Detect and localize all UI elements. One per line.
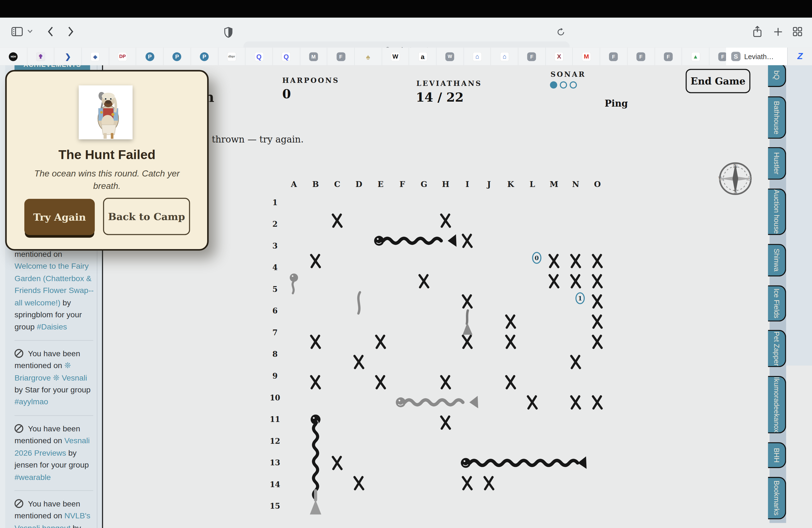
q-blue-icon-1-slot[interactable]: Q <box>246 48 273 65</box>
grid-column-label: D <box>356 180 362 189</box>
notification-link[interactable]: #Daisies <box>37 322 67 331</box>
modal-title: The Hunt Failed <box>6 147 207 162</box>
miss-mark-n11 <box>571 396 580 408</box>
background-tab[interactable]: Z <box>787 48 812 65</box>
miss-mark-o6 <box>593 295 601 308</box>
sonar-ping-1: 1 <box>576 293 584 304</box>
miss-mark-d9 <box>354 356 363 368</box>
tab-overview-icon[interactable] <box>791 25 804 38</box>
p-circle-icon-1: P <box>145 52 154 61</box>
notification-link[interactable]: #wearable <box>15 472 51 481</box>
diamond-logo-icon-slot[interactable]: ◈ <box>82 48 109 65</box>
gdrive-icon-slot[interactable]: ▲ <box>682 48 710 65</box>
amazon-icon-slot[interactable]: a <box>409 48 437 65</box>
drawer-tab-auction-house[interactable]: Auction house <box>768 189 786 235</box>
spade-gold-icon-slot[interactable]: ♠ <box>354 48 382 65</box>
notification-item: mentioned on Welcome to the Fairy Garden… <box>15 247 96 333</box>
share-icon[interactable] <box>751 24 764 39</box>
browser-toolbar: subeta.net <box>0 18 812 48</box>
ornate-x-icon-slot[interactable]: X <box>546 48 573 65</box>
reload-icon[interactable] <box>555 27 566 38</box>
zillow-icon: Z <box>797 52 802 62</box>
notification-item: You have been mentioned on Vesnali 2026 … <box>15 422 96 484</box>
ping-button[interactable]: Ping <box>601 98 632 109</box>
drawer-tab-pet-zapper[interactable]: Pet Zapper <box>768 330 786 367</box>
fragment-i <box>463 310 473 335</box>
end-game-button[interactable]: End Game <box>686 69 750 93</box>
miss-mark-b8 <box>311 336 320 348</box>
p-circle-icon-3-slot[interactable]: P <box>191 48 218 65</box>
grid-row-label: 8 <box>272 350 278 358</box>
drawer-tab-shinwa[interactable]: Shinwa <box>768 244 786 276</box>
tab-favicon: S <box>731 52 741 61</box>
f-grey-icon-1: F <box>336 52 345 61</box>
home-pin-icon-2-slot[interactable]: ⌂ <box>491 48 518 65</box>
mw-icon-slot[interactable]: M|W <box>0 48 27 65</box>
miss-mark-h10 <box>441 376 450 388</box>
drawer-tab-bhh[interactable]: BHH <box>768 442 786 468</box>
q-blue-icon-2-slot[interactable]: Q <box>273 48 300 65</box>
crest-icon-slot[interactable]: ✟ <box>27 48 55 65</box>
grid-column-label: E <box>378 180 383 189</box>
leviathans-value: 14 / 22 <box>416 89 464 104</box>
grid-row-label: 12 <box>270 437 280 445</box>
f-grey-icon-4-slot[interactable]: F <box>627 48 655 65</box>
miss-mark-g5 <box>420 275 428 288</box>
notification-link[interactable]: #ayylmao <box>15 397 48 406</box>
f-grey-icon-5-slot[interactable]: F <box>655 48 682 65</box>
notification-item: You have been mentioned on NVLB's Vesnal… <box>15 497 96 528</box>
back-button[interactable] <box>46 24 55 39</box>
dbpr-icon-slot[interactable]: dbpr <box>218 48 246 65</box>
grid-row-label: 9 <box>272 371 278 380</box>
drawer-tab-label: Bookmarks <box>773 481 781 516</box>
p-circle-icon-2-slot[interactable]: P <box>164 48 191 65</box>
miss-mark-k7 <box>506 316 515 328</box>
grid-row-label: 4 <box>272 263 278 272</box>
home-pin-icon-2: ⌂ <box>500 52 509 61</box>
p-circle-icon-1-slot[interactable]: P <box>136 48 164 65</box>
walrus-hunter-image <box>79 85 133 139</box>
chevron-right-icon-slot[interactable]: ❯ <box>55 48 82 65</box>
miss-mark-o11 <box>593 396 601 408</box>
drawer-tab-bq[interactable]: bQ <box>768 65 786 87</box>
f-grey-icon-1-slot[interactable]: F <box>327 48 354 65</box>
try-again-button[interactable]: Try Again <box>24 199 95 235</box>
drawer-tab-bookmarks[interactable]: Bookmarks <box>768 477 786 519</box>
miss-mark-d15 <box>354 477 363 489</box>
wikipedia-icon-slot[interactable]: W <box>382 48 409 65</box>
drawer-tab-ikumoradeekanox[interactable]: Ikumoradeekanox <box>768 376 786 433</box>
grid-row-label: 13 <box>270 458 280 467</box>
miss-mark-h12 <box>441 416 450 429</box>
sonar-label: SONAR <box>550 70 586 78</box>
new-tab-icon[interactable] <box>772 25 784 38</box>
drawer-tab-label: Ice Fields <box>773 289 781 318</box>
chevron-down-icon[interactable] <box>27 28 33 34</box>
drawer-tab-hustler[interactable]: Hustler <box>768 147 786 180</box>
dp-icon-slot[interactable]: DP <box>109 48 136 65</box>
drawer-tab-bathhouse[interactable]: Bathhouse <box>768 97 786 139</box>
w-grey-icon-slot[interactable]: W <box>437 48 464 65</box>
m-grey-icon-slot[interactable]: M <box>300 48 328 65</box>
drawer-tab-ice-fields[interactable]: Ice Fields <box>768 285 786 321</box>
forward-button[interactable] <box>66 24 75 39</box>
fragment-a <box>290 274 298 293</box>
amazon-icon: a <box>418 52 427 61</box>
notification-link[interactable]: Welcome to the Fairy Garden (Chatterbox … <box>15 262 93 307</box>
wikipedia-icon: W <box>391 52 400 61</box>
screen-top-strip <box>0 0 812 18</box>
sonar-ping-0: 0 <box>533 252 541 263</box>
miss-mark-o8 <box>593 336 601 348</box>
grid-column-label: C <box>334 180 340 189</box>
home-pin-icon-1-slot[interactable]: ⌂ <box>464 48 491 65</box>
sidebar-toggle-icon[interactable] <box>11 25 24 39</box>
privacy-shield-icon[interactable] <box>223 25 234 39</box>
f-grey-icon-2-slot[interactable]: F <box>518 48 546 65</box>
gmail-100-icon-slot[interactable]: M <box>573 48 600 65</box>
sidebar-item-divider <box>15 415 93 416</box>
active-tab[interactable]: S Leviath… <box>726 48 787 65</box>
f-grey-icon-3-slot[interactable]: F <box>600 48 627 65</box>
back-to-camp-button[interactable]: Back to Camp <box>103 198 190 235</box>
grid-row-label: 15 <box>270 501 280 510</box>
drawer-tab-label: bQ <box>773 70 781 80</box>
f-grey-icon-4: F <box>637 52 646 61</box>
